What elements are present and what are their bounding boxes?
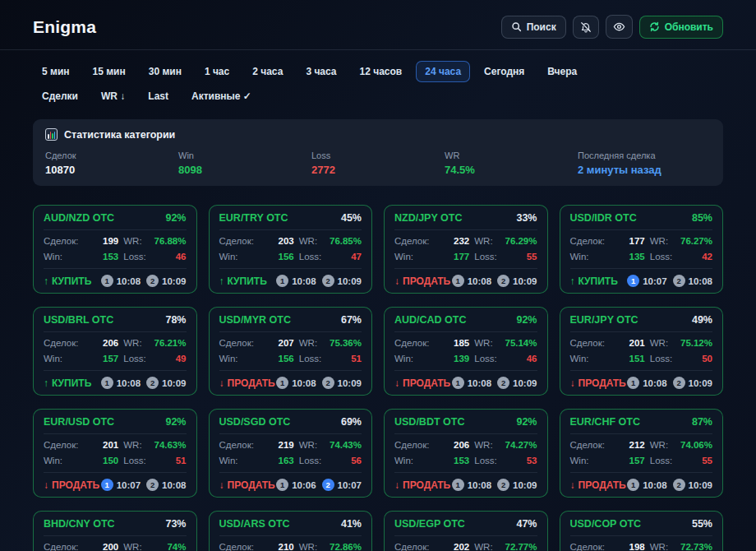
trade-time: 10:07 — [117, 480, 141, 490]
trade-action-button[interactable]: ↓ ПРОДАТЬ — [570, 479, 626, 491]
trade-number-badge: 2 — [673, 275, 685, 287]
search-button[interactable]: Поиск — [501, 16, 566, 39]
time-filter-tab[interactable]: 5 мин — [33, 61, 79, 82]
trade-number-badge: 1 — [452, 275, 464, 287]
refresh-button[interactable]: Обновить — [639, 16, 723, 39]
trade-time: 10:08 — [468, 480, 491, 490]
trade-time-item: 1 10:06 — [276, 479, 316, 491]
notifications-off-button[interactable] — [573, 16, 599, 39]
win-label: Win: — [44, 456, 79, 466]
trade-time-item: 1 10:08 — [101, 377, 141, 389]
trade-action-button[interactable]: ↓ ПРОДАТЬ — [570, 377, 626, 389]
pair-percent: 55% — [692, 518, 712, 530]
trade-time: 10:09 — [338, 378, 362, 388]
pair-card[interactable]: USD/IDR OTC 85% Сделок: 177 WR: 76.27% W… — [560, 205, 724, 294]
stat-label: Loss — [311, 150, 445, 160]
pair-card[interactable]: USD/ARS OTC 41% Сделок: 210 WR: 72.86% W… — [209, 511, 373, 551]
loss-value: 51 — [151, 456, 187, 466]
pair-percent: 92% — [165, 416, 186, 428]
trade-number-badge: 2 — [146, 377, 159, 389]
trade-action-button[interactable]: ↓ ПРОДАТЬ — [44, 479, 99, 491]
trade-number-badge: 2 — [146, 479, 159, 491]
trade-time: 10:08 — [162, 480, 186, 490]
trade-action-label: КУПИТЬ — [228, 276, 267, 287]
time-filter-tab[interactable]: 30 мин — [140, 61, 191, 82]
app-title: Enigma — [33, 17, 96, 37]
pair-card[interactable]: USD/BRL OTC 78% Сделок: 206 WR: 76.21% W… — [33, 307, 197, 396]
wr-label: WR: — [474, 236, 497, 247]
pair-card[interactable]: EUR/USD OTC 92% Сделок: 201 WR: 74.63% W… — [33, 409, 197, 498]
pair-card[interactable]: EUR/JPY OTC 49% Сделок: 201 WR: 75.12% W… — [560, 307, 724, 396]
wr-value: 72.86% — [326, 542, 362, 551]
trade-action-button[interactable]: ↓ ПРОДАТЬ — [394, 377, 450, 389]
trade-time: 10:09 — [689, 480, 712, 490]
pair-card-header: AUD/NZD OTC 92% — [44, 212, 187, 230]
pair-card-footer: ↓ ПРОДАТЬ 1 10:08 2 10:09 — [394, 269, 537, 287]
pair-card[interactable]: USD/EGP OTC 47% Сделок: 202 WR: 72.77% W… — [384, 511, 548, 551]
deals-label: Сделок: — [219, 440, 255, 451]
wr-label: WR: — [474, 542, 497, 551]
trade-action-button[interactable]: ↓ ПРОДАТЬ — [219, 377, 275, 389]
trade-action-button[interactable]: ↓ ПРОДАТЬ — [394, 276, 450, 287]
pair-card-stats: Сделок: 206 WR: 76.21% Win: 157 Loss: 49 — [44, 332, 187, 371]
visibility-button[interactable] — [606, 15, 633, 39]
trade-action-button[interactable]: ↓ ПРОДАТЬ — [394, 479, 450, 491]
time-filter-tab[interactable]: Вчера — [538, 61, 586, 82]
trade-time-item: 2 10:09 — [673, 479, 712, 491]
trade-action-button[interactable]: ↑ КУПИТЬ — [570, 276, 618, 287]
trade-time-item: 2 10:09 — [146, 377, 186, 389]
trade-time: 10:08 — [468, 378, 491, 388]
win-value: 157 — [84, 354, 119, 364]
time-filter-tab[interactable]: Сегодня — [475, 61, 533, 82]
pair-card[interactable]: EUR/CHF OTC 87% Сделок: 212 WR: 74.06% W… — [560, 409, 724, 498]
deals-label: Сделок: — [570, 542, 606, 551]
pair-card-stats: Сделок: 202 WR: 72.77% Win: 147 Loss: 55 — [394, 536, 537, 551]
pair-card[interactable]: EUR/TRY OTC 45% Сделок: 203 WR: 76.85% W… — [209, 205, 373, 294]
sort-filter-tab[interactable]: Сделки — [33, 86, 87, 107]
pair-card-header: USD/IDR OTC 85% — [570, 212, 713, 230]
trade-time: 10:09 — [162, 378, 186, 388]
trade-action-button[interactable]: ↑ КУПИТЬ — [44, 377, 91, 389]
pair-card[interactable]: AUD/NZD OTC 92% Сделок: 199 WR: 76.88% W… — [33, 205, 197, 294]
time-filter-tab[interactable]: 24 часа — [416, 61, 470, 82]
time-filter-tab[interactable]: 12 часов — [351, 61, 412, 82]
pair-card[interactable]: AUD/CAD OTC 92% Сделок: 185 WR: 75.14% W… — [384, 307, 548, 396]
trade-times: 1 10:08 2 10:09 — [101, 377, 187, 389]
trade-time-item: 2 10:09 — [322, 377, 362, 389]
pair-card[interactable]: BHD/CNY OTC 73% Сделок: 200 WR: 74% Win:… — [33, 511, 197, 551]
pair-card[interactable]: USD/MYR OTC 67% Сделок: 207 WR: 75.36% W… — [209, 307, 373, 396]
trade-time-item: 1 10:08 — [276, 275, 316, 287]
pair-card[interactable]: USD/BDT OTC 92% Сделок: 206 WR: 74.27% W… — [384, 409, 548, 498]
time-filter-tab[interactable]: 15 мин — [84, 61, 135, 82]
deals-value: 210 — [259, 542, 294, 551]
stat-item: Loss 2772 — [311, 150, 445, 176]
pair-card-stats: Сделок: 200 WR: 74% Win: 148 Loss: 52 — [44, 536, 187, 551]
trade-action-button[interactable]: ↑ КУПИТЬ — [44, 276, 91, 287]
trade-times: 1 10:07 2 10:08 — [101, 479, 187, 491]
sort-filter-tab[interactable]: Last — [139, 86, 177, 107]
trade-time-item: 2 10:07 — [322, 479, 362, 491]
trade-action-button[interactable]: ↑ КУПИТЬ — [219, 276, 267, 287]
stats-panel-header: Статистика категории — [45, 128, 711, 141]
trade-action-button[interactable]: ↓ ПРОДАТЬ — [219, 479, 275, 491]
time-filter-tab[interactable]: 1 час — [196, 61, 238, 82]
deals-value: 212 — [610, 440, 645, 451]
pair-card[interactable]: USD/COP OTC 55% Сделок: 198 WR: 72.73% W… — [560, 511, 724, 551]
deals-value: 199 — [84, 236, 119, 247]
arrow-down-icon: ↓ — [394, 479, 399, 491]
deals-label: Сделок: — [570, 236, 606, 247]
pair-card[interactable]: NZD/JPY OTC 33% Сделок: 232 WR: 76.29% W… — [384, 205, 548, 294]
sort-filter-tab[interactable]: Активные ✓ — [182, 86, 260, 107]
win-value: 163 — [259, 456, 294, 466]
win-label: Win: — [219, 456, 255, 466]
sort-filter-tab[interactable]: WR ↓ — [92, 86, 134, 107]
pair-card[interactable]: USD/SGD OTC 69% Сделок: 219 WR: 74.43% W… — [209, 409, 373, 498]
trade-time-item: 1 10:08 — [627, 377, 666, 389]
trade-action-label: ПРОДАТЬ — [403, 479, 450, 491]
trade-time-item: 1 10:08 — [276, 377, 316, 389]
time-filter-tab[interactable]: 2 часа — [243, 61, 292, 82]
trade-number-badge: 1 — [452, 479, 464, 491]
trade-times: 1 10:08 2 10:09 — [452, 275, 537, 287]
time-filter-tab[interactable]: 3 часа — [297, 61, 345, 82]
pair-card-stats: Сделок: 212 WR: 74.06% Win: 157 Loss: 55 — [570, 434, 713, 473]
